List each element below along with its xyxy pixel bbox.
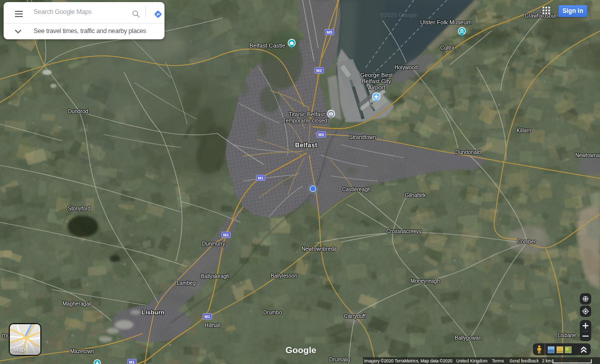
svg-text:©2020 Google: ©2020 Google (380, 12, 417, 18)
